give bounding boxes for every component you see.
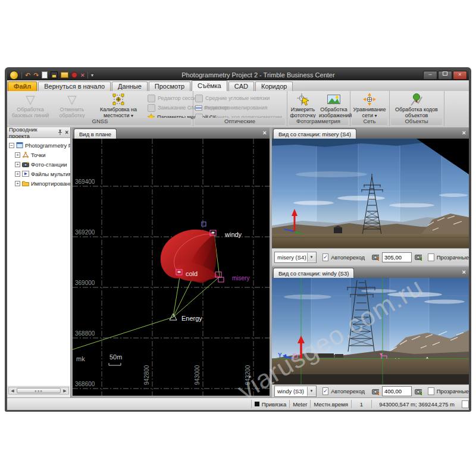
import-icon[interactable] xyxy=(61,72,68,78)
measure-photo-point-icon xyxy=(296,92,310,107)
station-photo-windy[interactable]: Y Energy cold Energy az mk xyxy=(272,278,469,384)
transparent-checkbox[interactable] xyxy=(428,387,434,395)
mean-angles-item[interactable]: Средние угловые невязки xyxy=(195,94,270,102)
dropdown-arrow-icon[interactable]: ▼ xyxy=(307,387,316,396)
dropdown-arrow-icon[interactable]: ▼ xyxy=(307,253,316,262)
maximize-button[interactable] xyxy=(438,71,452,80)
focal-value-input[interactable] xyxy=(382,252,412,262)
workspace: Проводник проекта × − Photogrammetry Pro… xyxy=(7,127,469,397)
expand-icon[interactable]: + xyxy=(15,181,20,186)
app-menu-icon[interactable] xyxy=(10,71,18,80)
tree-item-photo-stations[interactable]: + Фото-станции xyxy=(15,160,67,168)
snap-label[interactable]: Привязка xyxy=(262,401,287,408)
level-editor-item[interactable]: Редактор нивелирования xyxy=(195,104,267,112)
cancel-processing-icon: ▽ xyxy=(67,93,76,106)
separator xyxy=(351,400,352,408)
undo-icon[interactable]: ↶ xyxy=(25,72,30,79)
save-icon[interactable] xyxy=(51,71,58,79)
process-baselines-button[interactable]: ▽ Обработка базовых линий xyxy=(10,92,51,118)
camera-minus-icon[interactable] xyxy=(372,388,379,395)
windy-view-controls: windy (S3)▼ ✓ Автопереход Прозрачные xyxy=(272,384,469,397)
tab-corridor[interactable]: Коридор xyxy=(255,82,293,91)
close-icon[interactable]: × xyxy=(462,268,466,276)
tree-item-project-root[interactable]: − Photogrammetry Project 2 xyxy=(9,141,70,149)
expand-icon[interactable]: + xyxy=(15,162,20,167)
process-feature-codes-button[interactable]: Обработка кодов объектов xyxy=(393,92,440,118)
tab-cad[interactable]: CAD xyxy=(228,82,254,91)
focal-value-input[interactable] xyxy=(382,386,412,396)
process-images-icon xyxy=(327,92,341,107)
svg-text:368600: 368600 xyxy=(75,381,95,387)
horizontal-scrollbar[interactable]: ◀ ●●● ▶ xyxy=(8,387,69,394)
group-label-photogrammetry: Фотограмметрия xyxy=(289,118,348,125)
tab-file[interactable]: Файл xyxy=(8,82,37,91)
project-explorer-title: Проводник проекта xyxy=(9,126,57,139)
close-icon[interactable]: × xyxy=(65,129,68,136)
camera-plus-icon[interactable] xyxy=(415,388,422,395)
group-label-gnss: GNSS xyxy=(9,118,191,125)
svg-text:Energy: Energy xyxy=(181,315,202,322)
close-button[interactable]: × xyxy=(453,71,467,80)
expand-icon[interactable]: + xyxy=(15,152,20,158)
autopan-checkbox[interactable]: ✓ xyxy=(322,387,329,395)
svg-text:Y: Y xyxy=(278,352,282,359)
units-label[interactable]: Meter xyxy=(293,401,307,408)
station-photo-misery[interactable] xyxy=(272,139,469,248)
transparent-checkbox[interactable] xyxy=(428,253,434,261)
station-view-windy-tab[interactable]: Вид со станции: windy (S3) xyxy=(273,268,354,278)
ribbon-group-optical: Средние угловые невязки Редактор нивелир… xyxy=(193,91,287,126)
transparent-label: Прозрачные xyxy=(437,254,469,261)
ribbon-group-gnss: ▽ Обработка базовых линий ▽ Отменить обр… xyxy=(7,91,193,126)
station-select-misery[interactable]: misery (S4)▼ xyxy=(274,252,317,263)
camera-minus-icon[interactable] xyxy=(372,253,379,261)
close-icon[interactable]: × xyxy=(263,129,267,137)
time-label[interactable]: Местн.время xyxy=(314,401,348,408)
new-file-icon[interactable] xyxy=(42,71,48,79)
tab-data[interactable]: Данные xyxy=(112,82,148,91)
close-icon[interactable]: × xyxy=(462,129,466,137)
ribbon-group-objects: Обработка кодов объектов Объекты xyxy=(389,91,444,126)
svg-text:943000: 943000 xyxy=(194,365,201,385)
ribbon-tab-bar: Файл Вернуться в начало Данные Просмотр … xyxy=(7,80,469,91)
scroll-right-icon[interactable]: ▶ xyxy=(61,387,68,394)
separator xyxy=(371,400,372,408)
tab-survey[interactable]: Съёмка xyxy=(192,80,227,91)
tab-view[interactable]: Просмотр xyxy=(149,82,190,91)
autopan-label: Автопереход xyxy=(331,388,365,394)
tree-item-points[interactable]: + Точки xyxy=(15,151,46,159)
plan-view-canvas[interactable]: 369400 369200 369000 368800 368600 94280… xyxy=(73,139,270,396)
camera-plus-icon[interactable] xyxy=(415,253,422,261)
autopan-label: Автопереход xyxy=(331,254,365,261)
tab-home[interactable]: Вернуться в начало xyxy=(38,82,111,91)
plan-view-pane: Вид в плане × 369400 369200 369000 36880… xyxy=(73,127,270,396)
plan-view-tab[interactable]: Вид в плане xyxy=(74,129,117,139)
expand-icon[interactable]: + xyxy=(15,171,20,177)
autopan-checkbox[interactable]: ✓ xyxy=(322,253,329,261)
process-images-button[interactable]: Обработка изображений xyxy=(319,92,349,118)
record-icon[interactable] xyxy=(71,72,77,78)
minimize-button[interactable]: – xyxy=(423,71,437,80)
title-bar: ↶ ↷ × ▾ Photogrammetry Project 2 - Trimb… xyxy=(7,70,469,80)
scroll-left-icon[interactable]: ◀ xyxy=(9,387,16,394)
session-editor-item[interactable]: Редактор сессии xyxy=(148,94,199,102)
collapse-icon[interactable]: − xyxy=(9,143,14,148)
scrollbar-thumb[interactable]: ●●● xyxy=(17,388,61,393)
status-checkbox[interactable] xyxy=(462,400,469,408)
cancel-processing-button[interactable]: ▽ Отменить обработку xyxy=(52,92,92,118)
pin-icon[interactable] xyxy=(57,129,63,136)
misery-view-controls: misery (S4)▼ ✓ Автопереход Прозрачные xyxy=(272,248,469,265)
tree-item-media-files[interactable]: + Файлы мультимедиа xyxy=(15,170,70,178)
tree-item-imported-files[interactable]: + Импортированные фа xyxy=(15,179,70,187)
svg-text:mk: mk xyxy=(76,355,85,362)
site-calibration-button[interactable]: Калибровка на местности ▾ xyxy=(93,92,144,118)
transparent-label: Прозрачные xyxy=(437,388,469,394)
measure-photo-point-button[interactable]: Измерить фототочку xyxy=(288,92,318,118)
delete-icon[interactable]: × xyxy=(80,72,84,79)
station-view-misery-tab[interactable]: Вид со станции: misery (S4) xyxy=(273,129,356,139)
station-view-windy-header: Вид со станции: windy (S3) × xyxy=(272,267,469,278)
svg-text:369400: 369400 xyxy=(75,178,95,185)
station-select-windy[interactable]: windy (S3)▼ xyxy=(274,386,317,397)
ribbon: ▽ Обработка базовых линий ▽ Отменить обр… xyxy=(7,91,469,128)
redo-icon[interactable]: ↷ xyxy=(33,72,39,79)
adjust-network-button[interactable]: Уравнивание сети ▾ xyxy=(352,92,387,118)
